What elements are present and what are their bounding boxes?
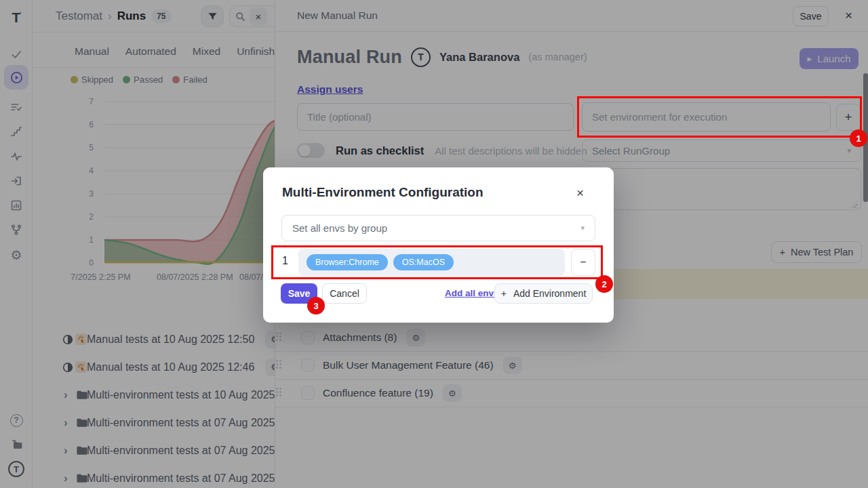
close-icon[interactable]: × — [576, 186, 584, 201]
modal-title: Multi-Environment Configuration — [282, 185, 484, 200]
add-environment-button[interactable]: + Add Environment — [494, 283, 593, 304]
plus-icon: + — [501, 288, 507, 299]
annotation-badge-3: 3 — [307, 297, 325, 314]
annotation-badge-2: 2 — [595, 275, 613, 293]
add-all-envs-link[interactable]: Add all envs — [445, 288, 499, 298]
modal-cancel-button[interactable]: Cancel — [322, 283, 367, 304]
annotation-badge-1: 1 — [850, 129, 867, 147]
annotation-box-1 — [577, 96, 862, 138]
caret-down-icon: ▾ — [580, 224, 585, 232]
env-group-select[interactable]: Set all envs by group ▾ — [281, 215, 595, 241]
annotation-box-2 — [271, 245, 603, 279]
